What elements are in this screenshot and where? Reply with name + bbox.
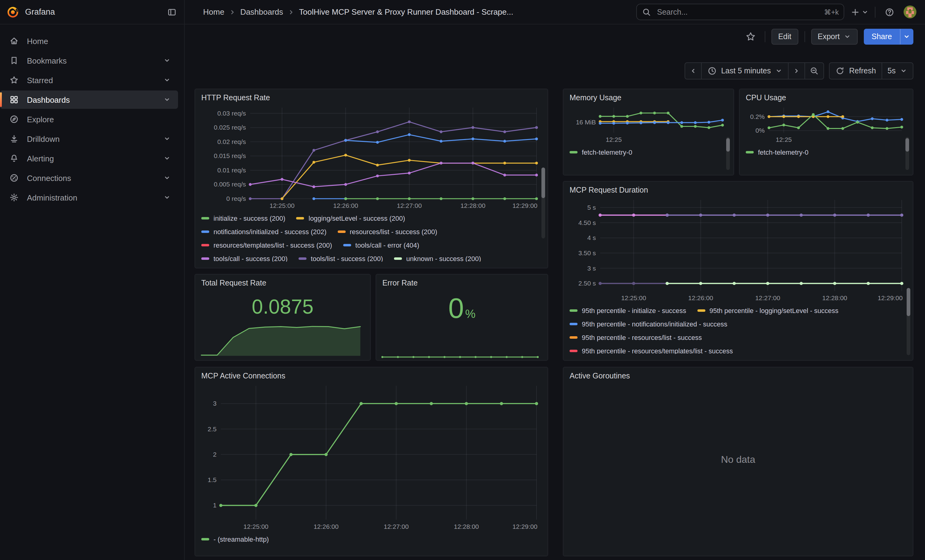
bell-icon (9, 153, 19, 163)
panel-title[interactable]: MCP Active Connections (201, 372, 541, 380)
nav-right-cluster: ⌘+k (636, 4, 925, 20)
chevron-down-icon[interactable] (163, 194, 171, 201)
sidebar-item-starred[interactable]: Starred (0, 71, 178, 89)
chevron-down-icon[interactable] (163, 174, 171, 182)
sidebar-item-label: Dashboards (27, 95, 70, 104)
legend-label: resources/templates/list - success (200) (214, 242, 332, 249)
legend-item[interactable]: resources/list - success (200) (337, 228, 437, 236)
memory-usage-chart[interactable]: 16 MiB12:25 (569, 104, 728, 144)
legend-item[interactable]: tools/list - success (200) (298, 255, 383, 262)
legend-label: tools/call - success (200) (214, 255, 288, 262)
panel-title[interactable]: CPU Usage (746, 93, 907, 102)
favorite-star-button[interactable] (743, 29, 759, 45)
search-shortcut: ⌘+k (824, 8, 839, 16)
panel-title[interactable]: Active Goroutines (569, 372, 907, 380)
legend-label: 95th percentile - logging/setLevel - suc… (710, 307, 838, 314)
sidebar-item-dashboards[interactable]: Dashboards (0, 90, 178, 109)
star-icon (745, 31, 756, 42)
svg-text:12:27:00: 12:27:00 (384, 523, 409, 530)
panel-title[interactable]: HTTP Request Rate (201, 93, 541, 102)
legend-item[interactable]: 95th percentile - logging/setLevel - suc… (697, 307, 838, 314)
chevron-down-icon[interactable] (163, 155, 171, 162)
chevron-down-icon[interactable] (163, 77, 171, 84)
sidebar-toggle-icon[interactable] (167, 7, 177, 17)
chevron-down-icon[interactable] (163, 57, 171, 64)
error-rate-value: 0% (376, 291, 548, 324)
panel-error-rate: Error Rate 0% (376, 274, 548, 361)
panel-title[interactable]: MCP Request Duration (569, 186, 907, 194)
legend-item[interactable]: tools/call - success (200) (201, 255, 288, 262)
svg-text:12:28:00: 12:28:00 (822, 294, 847, 302)
refresh-interval-dropdown[interactable]: 5s (881, 63, 913, 79)
time-shift-back-button[interactable] (685, 63, 701, 79)
sidebar-item-administration[interactable]: Administration (0, 188, 178, 207)
refresh-button[interactable]: Refresh (830, 63, 881, 79)
edit-button[interactable]: Edit (771, 29, 798, 45)
dashboard-actions: Edit Export Share (743, 29, 913, 45)
legend-item[interactable]: 95th percentile - initialize - success (569, 307, 686, 314)
sidebar-item-drilldown[interactable]: Drilldown (0, 130, 178, 148)
legend-item[interactable]: 95th percentile - resources/templates/li… (569, 347, 733, 354)
legend-item[interactable]: fetch-telemetry-0 (569, 149, 632, 156)
memory-legend: fetch-telemetry-0 (569, 146, 728, 160)
search-input[interactable] (656, 7, 820, 17)
sidebar-item-bookmarks[interactable]: Bookmarks (0, 51, 178, 70)
sidebar-item-explore[interactable]: Explore (0, 110, 178, 128)
star-icon (9, 75, 19, 85)
legend-item[interactable]: fetch-telemetry-0 (746, 149, 809, 156)
mcp-request-duration-chart[interactable]: 5 s4.50 s4 s3.50 s3 s2.50 s12:25:0012:26… (569, 196, 907, 303)
panel-title[interactable]: Error Rate (383, 279, 541, 287)
legend-scrollbar[interactable] (905, 137, 909, 170)
search-box[interactable]: ⌘+k (636, 4, 844, 20)
mcp-active-connections-chart[interactable]: 32.521.5112:25:0012:26:0012:27:0012:28:0… (201, 382, 541, 531)
help-button[interactable] (881, 4, 898, 20)
legend-label: 95th percentile - resources/list - succe… (582, 334, 702, 341)
user-avatar[interactable] (904, 6, 916, 18)
zoom-out-button[interactable] (804, 63, 823, 79)
new-button[interactable] (850, 7, 869, 17)
legend-item[interactable]: initialize - success (200) (201, 215, 285, 222)
time-range-picker[interactable]: Last 5 minutes (701, 63, 788, 79)
panel-title[interactable]: Memory Usage (569, 93, 728, 102)
panel-mcp-active-connections: MCP Active Connections 32.521.5112:25:00… (194, 367, 548, 556)
cpu-usage-chart[interactable]: 0.2%0%12:25 (746, 104, 907, 144)
legend-item[interactable]: unknown - success (200) (394, 255, 481, 262)
chevron-down-icon[interactable] (163, 135, 171, 143)
svg-text:12:25:00: 12:25:00 (621, 294, 646, 302)
no-data-message: No data (563, 454, 913, 465)
help-icon (884, 7, 895, 17)
sidebar-item-connections[interactable]: Connections (0, 169, 178, 187)
chevron-down-icon[interactable] (163, 96, 171, 103)
panel-title[interactable]: Total Request Rate (201, 279, 364, 287)
share-button[interactable]: Share (863, 29, 900, 45)
breadcrumb-dashboards[interactable]: Dashboards (240, 8, 283, 17)
error-rate-sparkline[interactable] (381, 350, 542, 357)
sidebar-item-alerting[interactable]: Alerting (0, 149, 178, 168)
legend-item[interactable]: logging/setLevel - success (200) (297, 215, 405, 222)
export-button[interactable]: Export (811, 29, 857, 45)
share-menu-button[interactable] (900, 29, 913, 45)
time-shift-forward-button[interactable] (788, 63, 804, 79)
legend-item[interactable]: notifications/initialized - success (202… (201, 228, 326, 236)
time-range-group: Last 5 minutes (684, 62, 824, 80)
legend-scrollbar[interactable] (907, 288, 910, 355)
legend-item[interactable]: resources/templates/list - success (200) (201, 242, 332, 249)
cpu-legend: fetch-telemetry-0 (746, 146, 907, 160)
legend-scrollbar[interactable] (726, 137, 730, 170)
legend-item[interactable]: - (streamable-http) (201, 536, 269, 543)
legend-label: 95th percentile - resources/templates/li… (582, 347, 733, 354)
top-nav: Grafana Home Dashboards ToolHive MCP Ser… (0, 0, 925, 24)
legend-item[interactable]: 95th percentile - resources/list - succe… (569, 334, 702, 341)
breadcrumb-home[interactable]: Home (203, 8, 224, 17)
duration-legend: 95th percentile - initialize - success95… (569, 304, 907, 354)
http-request-rate-chart[interactable]: 0 req/s0.005 req/s0.01 req/s0.015 req/s0… (201, 104, 541, 210)
legend-swatch (201, 538, 209, 540)
legend-item[interactable]: tools/call - error (404) (343, 242, 419, 249)
svg-text:0.03 req/s: 0.03 req/s (217, 110, 246, 117)
total-request-rate-value: 0.0875 (195, 295, 370, 318)
sidebar-item-home[interactable]: Home (0, 32, 178, 50)
panel-memory-usage: Memory Usage 16 MiB12:25 fetch-telemetry… (563, 89, 734, 176)
svg-text:3 s: 3 s (587, 265, 596, 272)
legend-item[interactable]: 95th percentile - notifications/initiali… (569, 320, 728, 328)
legend-scrollbar[interactable] (541, 168, 545, 239)
